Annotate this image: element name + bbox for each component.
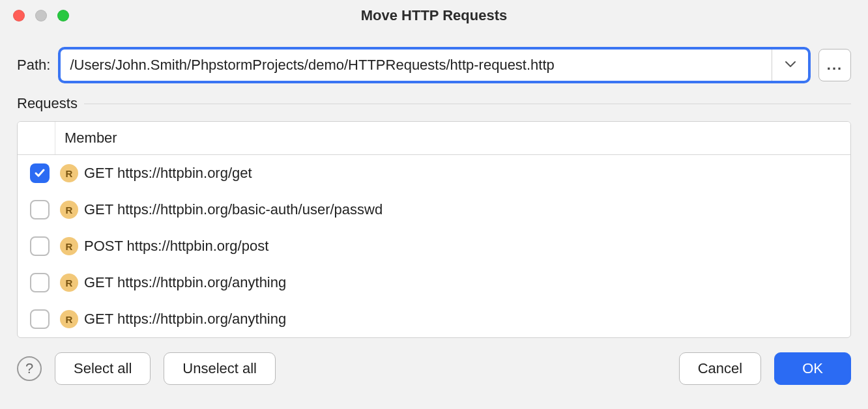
help-button[interactable]: ? [17,356,42,381]
row-checkbox[interactable] [30,200,50,219]
request-icon: R [60,201,78,219]
icon-cell: R [55,237,83,255]
checkbox-cell [24,236,55,256]
window-zoom-button[interactable] [57,10,69,21]
requests-header-row: Requests [17,95,851,112]
table-row[interactable]: RGET https://httpbin.org/get [18,155,850,191]
checkbox-cell [24,309,55,329]
requests-table: Member RGET https://httpbin.org/getRGET … [17,121,851,338]
member-label: GET https://httpbin.org/basic-auth/user/… [83,201,383,218]
icon-cell: R [55,274,83,292]
chevron-down-icon [785,59,796,71]
request-icon: R [60,274,78,292]
header-checkbox-col [18,122,55,154]
table-row[interactable]: RGET https://httpbin.org/anything [18,301,850,337]
row-checkbox[interactable] [30,236,50,256]
path-dropdown-toggle[interactable] [772,49,808,81]
table-row[interactable]: RPOST https://httpbin.org/post [18,228,850,264]
divider [84,104,851,104]
icon-cell: R [55,310,83,328]
row-checkbox[interactable] [30,163,50,183]
request-icon: R [60,237,78,255]
table-header: Member [18,122,850,155]
titlebar: Move HTTP Requests [0,0,868,31]
table-row[interactable]: RGET https://httpbin.org/anything [18,264,850,301]
checkbox-cell [24,163,55,183]
icon-cell: R [55,201,83,219]
path-input[interactable] [61,49,772,81]
traffic-lights [13,10,69,21]
member-label: GET https://httpbin.org/anything [83,311,286,328]
requests-section-label: Requests [17,95,78,112]
member-label: GET https://httpbin.org/get [83,165,252,182]
header-member-col: Member [55,122,850,154]
browse-button[interactable]: ... [818,49,851,81]
checkbox-cell [24,200,55,219]
request-icon: R [60,310,78,328]
window-close-button[interactable] [13,10,25,21]
row-checkbox[interactable] [30,273,50,292]
ok-button[interactable]: OK [774,352,851,385]
row-checkbox[interactable] [30,309,50,329]
dialog-footer: ? Select all Unselect all Cancel OK [0,338,868,397]
path-row: Path: ... [0,31,868,90]
member-label: POST https://httpbin.org/post [83,238,268,255]
path-combobox[interactable] [58,47,811,83]
window-minimize-button[interactable] [35,10,47,21]
request-icon: R [60,164,78,182]
path-label: Path: [17,57,50,74]
requests-section: Requests Member RGET https://httpbin.org… [0,90,868,338]
checkbox-cell [24,273,55,292]
select-all-button[interactable]: Select all [55,352,151,385]
cancel-button[interactable]: Cancel [679,352,761,385]
member-label: GET https://httpbin.org/anything [83,274,286,291]
unselect-all-button[interactable]: Unselect all [164,352,276,385]
table-row[interactable]: RGET https://httpbin.org/basic-auth/user… [18,191,850,228]
icon-cell: R [55,164,83,182]
window-title: Move HTTP Requests [10,7,858,24]
